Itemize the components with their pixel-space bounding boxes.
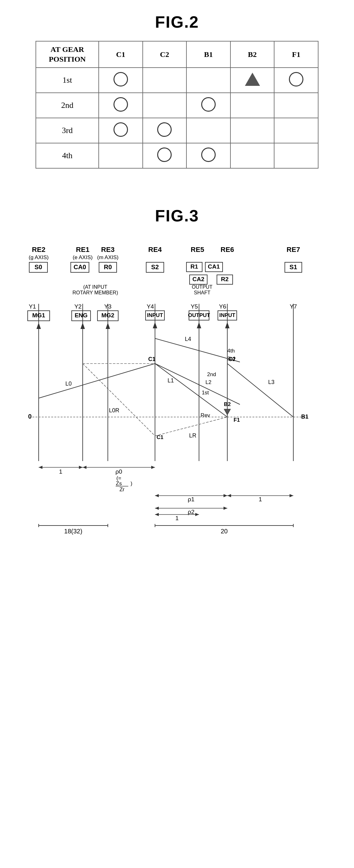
r2-label: R2	[221, 276, 229, 282]
rho0-frac-denominator: Zr	[120, 487, 125, 493]
triangle-icon	[245, 73, 260, 86]
eng-arrow	[81, 323, 85, 329]
re5-label: RE5	[191, 246, 204, 253]
output-label: OUTPUT	[188, 312, 210, 318]
lr-label: LR	[189, 432, 196, 439]
one-left-label: 1	[59, 468, 63, 475]
one-mid-label: 1	[175, 515, 179, 521]
circle-icon	[157, 148, 172, 162]
gear-1st-diag: 1st	[202, 390, 209, 396]
fig3-diagram: RE2 (g AXIS) RE1 (e AXIS) RE3 (m AXIS) R…	[20, 238, 334, 552]
cell-3rd-b2	[230, 118, 275, 143]
gear-4th-label: 4th	[227, 348, 235, 354]
cell-1st-c1	[99, 68, 143, 93]
b2-triangle	[224, 409, 230, 415]
circle-icon	[114, 72, 128, 87]
rho1-arrow-right	[224, 494, 227, 497]
at-input-label: (AT INPUT	[83, 284, 107, 290]
table-header-gear-position: AT GEARPOSITION	[36, 41, 99, 68]
cell-1st-c2	[143, 68, 187, 93]
cell-3rd-c1	[99, 118, 143, 143]
cell-3rd-f1	[274, 118, 318, 143]
table-row: 3rd	[36, 118, 318, 143]
fig3-svg: RE2 (g AXIS) RE1 (e AXIS) RE3 (m AXIS) R…	[20, 238, 334, 552]
r0-label: R0	[104, 264, 112, 271]
svg-line-28	[155, 364, 227, 417]
group18-label: 18(32)	[64, 528, 83, 535]
l4-label: L4	[185, 336, 191, 342]
circle-icon	[201, 97, 216, 112]
l0r-label: L0R	[109, 407, 119, 413]
table-row: 2nd	[36, 93, 318, 118]
one-right-arrow-l	[227, 494, 231, 497]
ca1-label: CA1	[208, 263, 220, 270]
cell-2nd-c2	[143, 93, 187, 118]
rev-label: Rev	[201, 412, 210, 418]
rho2-label: ρ2	[188, 508, 194, 515]
one-left-arrow-r	[79, 466, 83, 469]
cell-2nd-c1	[99, 93, 143, 118]
f1-label: F1	[234, 417, 240, 423]
input1-arrow	[153, 322, 157, 328]
rho0-arrow-left	[83, 466, 87, 469]
svg-line-27	[227, 364, 293, 417]
cell-3rd-c2	[143, 118, 187, 143]
re2-axis-label: (g AXIS)	[29, 254, 49, 260]
table-header-f1: F1	[274, 41, 318, 68]
y5-label: Y5	[191, 303, 198, 310]
l0-label: L0	[65, 380, 72, 387]
y4-label: Y4	[147, 303, 154, 310]
svg-line-24	[39, 364, 155, 398]
rho1-label: ρ1	[188, 496, 194, 502]
circle-icon	[157, 122, 172, 137]
output-shaft-label2: SHAFT	[194, 290, 211, 295]
b2-label: B2	[224, 401, 231, 407]
l1-label: L1	[167, 377, 174, 384]
table-header-b2: B2	[230, 41, 275, 68]
input2-arrow	[225, 322, 229, 328]
rho0-eq-close: )	[130, 480, 132, 487]
at-rotary-label: ROTARY MEMBER)	[73, 290, 118, 295]
ca0-label: CA0	[73, 264, 86, 271]
rho1-arrow-left	[155, 494, 159, 497]
re7-label: RE7	[287, 246, 300, 253]
re6-label: RE6	[221, 246, 234, 253]
gear-3rd-label: 3rd	[227, 356, 235, 362]
s2-label: S2	[151, 264, 159, 271]
rho0-frac-numerator: Zs	[116, 480, 122, 487]
cell-1st-b2	[230, 68, 275, 93]
r1-label: R1	[191, 263, 198, 270]
rho0-label: ρ0	[116, 468, 122, 475]
gear-engagement-table: AT GEARPOSITION C1 C2 B1 B2 F1 1st 2nd	[35, 41, 319, 168]
table-header-c1: C1	[99, 41, 143, 68]
rho2-arrow-right	[224, 507, 227, 510]
circle-icon	[201, 148, 216, 162]
circle-icon	[114, 122, 128, 137]
gear-1st-label: 1st	[36, 68, 99, 93]
cell-4th-b1	[187, 143, 230, 168]
re1-axis-label: (e AXIS)	[73, 254, 92, 260]
gear-4th-label: 4th	[36, 143, 99, 168]
mg2-arrow	[106, 323, 110, 329]
s0-label: S0	[35, 264, 42, 271]
cell-1st-f1	[274, 68, 318, 93]
re1-label: RE1	[76, 246, 90, 253]
gear-2nd-label: 2nd	[36, 93, 99, 118]
cell-3rd-b1	[187, 118, 230, 143]
table-row: 1st	[36, 68, 318, 93]
group20-label: 20	[221, 528, 228, 535]
c1-top-label: C1	[148, 356, 155, 362]
gear-2nd-diag: 2nd	[207, 371, 216, 377]
cell-4th-c2	[143, 143, 187, 168]
input1-label: INPUT	[147, 312, 163, 318]
cell-1st-b1	[187, 68, 230, 93]
y1-label: Y1	[29, 303, 36, 310]
input2-label: INPUT	[220, 312, 236, 318]
re4-label: RE4	[149, 246, 162, 253]
circle-icon	[114, 97, 128, 112]
one-mid-arrow-l	[155, 513, 159, 516]
ca2-label: CA2	[192, 276, 204, 282]
y2-label: Y2	[74, 303, 82, 310]
one-left-arrow-l	[39, 466, 42, 469]
re3-label: RE3	[101, 246, 115, 253]
